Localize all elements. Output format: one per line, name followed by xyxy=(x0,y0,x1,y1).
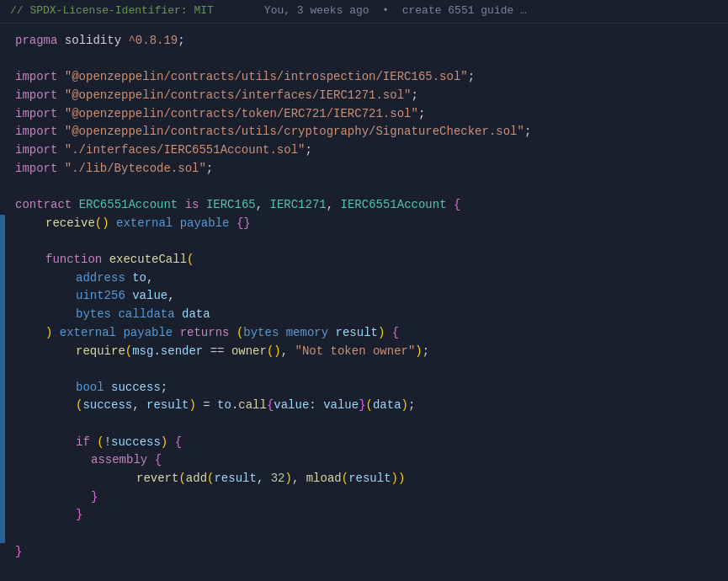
line-import-6: import "./lib/Bytecode.sol"; xyxy=(0,160,728,179)
line-if: if (!success) { xyxy=(0,434,728,452)
line-param-1: address to, xyxy=(0,269,728,288)
left-bar-4 xyxy=(0,269,5,288)
left-bar-18 xyxy=(0,525,5,543)
line-import-2: import "@openzeppelin/contracts/interfac… xyxy=(0,87,728,105)
line-import-1: import "@openzeppelin/contracts/utils/in… xyxy=(0,68,728,87)
code-area: pragma solidity ^0.8.19; import "@openze… xyxy=(0,24,728,569)
left-bar-3 xyxy=(0,251,5,269)
left-bar-14 xyxy=(0,451,5,470)
line-blank-4 xyxy=(0,360,728,379)
left-bar-17 xyxy=(0,506,5,525)
left-bar-8 xyxy=(0,343,5,361)
line-param-2: uint256 value, xyxy=(0,287,728,306)
line-close-contract: } xyxy=(0,543,728,562)
line-require: require(msg.sender == owner(), "Not toke… xyxy=(0,343,728,361)
left-bar-16 xyxy=(0,488,5,507)
line-close-assembly: } xyxy=(0,488,728,507)
line-import-4: import "@openzeppelin/contracts/utils/cr… xyxy=(0,123,728,141)
left-bar-2 xyxy=(0,233,5,252)
line-revert: revert(add(result, 32), mload(result)) xyxy=(0,470,728,488)
line-blank-2 xyxy=(0,179,728,197)
line-func-decl: function executeCall( xyxy=(0,251,728,269)
line-1: pragma solidity ^0.8.19; xyxy=(0,32,728,51)
left-bar xyxy=(0,215,5,233)
line-import-5: import "./interfaces/IERC6551Account.sol… xyxy=(0,141,728,160)
top-bar: // SPDX-License-Identifier: MIT You, 3 w… xyxy=(0,0,728,24)
left-bar-15 xyxy=(0,470,5,488)
line-blank-1 xyxy=(0,51,728,69)
line-blank-5 xyxy=(0,415,728,434)
line-assembly: assembly { xyxy=(0,451,728,470)
left-bar-13 xyxy=(0,434,5,452)
line-bool: bool success; xyxy=(0,379,728,397)
line-close-if: } xyxy=(0,506,728,525)
left-bar-7 xyxy=(0,324,5,343)
git-meta: You, 3 weeks ago • create 6551 guide … xyxy=(264,3,527,19)
line-call: (success, result) = to.call{value: value… xyxy=(0,397,728,415)
code-editor: // SPDX-License-Identifier: MIT You, 3 w… xyxy=(0,0,728,581)
line-receive: receive() external payable {} xyxy=(0,215,728,233)
left-bar-9 xyxy=(0,360,5,379)
line-close-func xyxy=(0,525,728,543)
spdx-comment: // SPDX-License-Identifier: MIT xyxy=(10,3,214,19)
left-bar-5 xyxy=(0,287,5,306)
line-param-3: bytes calldata data xyxy=(0,306,728,324)
line-contract: contract ERC6551Account is IERC165, IERC… xyxy=(0,196,728,215)
left-bar-6 xyxy=(0,306,5,324)
left-bar-12 xyxy=(0,415,5,434)
left-bar-10 xyxy=(0,379,5,397)
line-func-sig: ) external payable returns (bytes memory… xyxy=(0,324,728,343)
left-bar-11 xyxy=(0,397,5,415)
line-import-3: import "@openzeppelin/contracts/token/ER… xyxy=(0,105,728,124)
line-blank-3 xyxy=(0,233,728,252)
